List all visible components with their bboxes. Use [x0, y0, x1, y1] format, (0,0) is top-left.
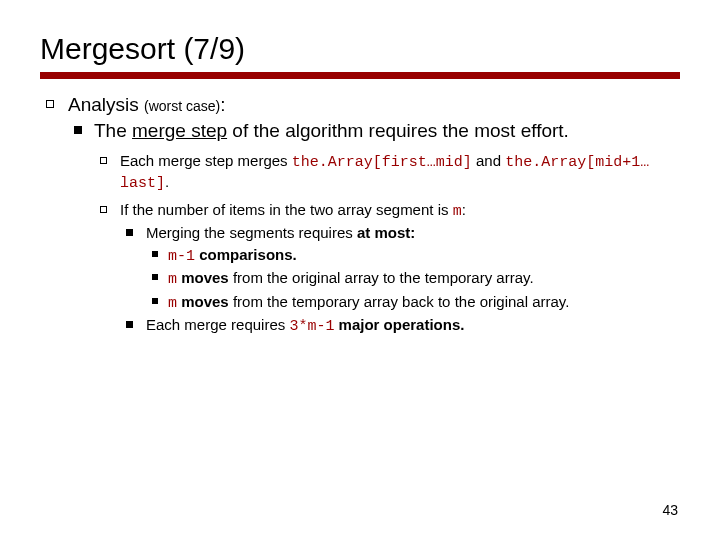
bullet-list-level-2: Each merge step merges the.Array[first…m…: [94, 151, 680, 337]
page-title: Mergesort (7/9): [40, 32, 680, 66]
code-text: 3*m-1: [289, 318, 334, 335]
text: Merging the segments requires: [146, 224, 357, 241]
text: Each merge requires: [146, 316, 289, 333]
text-bold: at most:: [357, 224, 415, 241]
slide: Mergesort (7/9) Analysis (worst case): T…: [0, 0, 720, 540]
text-underline: merge step: [132, 120, 227, 141]
list-item: m moves from the original array to the t…: [146, 268, 680, 290]
code-text: m-1: [168, 248, 195, 265]
text: of the algorithm requires the most effor…: [227, 120, 569, 141]
list-item: Each merge step merges the.Array[first…m…: [94, 151, 680, 194]
bullet-list-level-4: m-1 comparisons. m moves from the origin…: [146, 245, 680, 314]
title-underline: [40, 72, 680, 79]
text: .: [165, 173, 169, 190]
page-number: 43: [662, 502, 678, 518]
list-item: Analysis (worst case): The merge step of…: [40, 93, 680, 337]
text: :: [220, 94, 225, 115]
text: from the original array to the temporary…: [229, 269, 534, 286]
text-bold: comparisons.: [195, 246, 297, 263]
text: If the number of items in the two array …: [120, 201, 453, 218]
code-text: m: [168, 271, 177, 288]
text-bold: moves: [177, 293, 229, 310]
code-text: the.Array[first…mid]: [292, 154, 472, 171]
text: Each merge step merges: [120, 152, 292, 169]
text-subscript: (worst case): [144, 98, 220, 114]
list-item: Merging the segments requires at most: m…: [120, 223, 680, 313]
list-item: The merge step of the algorithm requires…: [68, 119, 680, 337]
bullet-list-level-1: The merge step of the algorithm requires…: [68, 119, 680, 337]
bullet-list-level-3: Merging the segments requires at most: m…: [120, 223, 680, 337]
text-bold: major operations.: [334, 316, 464, 333]
list-item: Each merge requires 3*m-1 major operatio…: [120, 315, 680, 337]
text: The: [94, 120, 132, 141]
code-text: m: [168, 295, 177, 312]
text: and: [472, 152, 505, 169]
text: Analysis: [68, 94, 144, 115]
text: from the temporary array back to the ori…: [229, 293, 570, 310]
bullet-list-level-0: Analysis (worst case): The merge step of…: [40, 93, 680, 337]
text-bold: moves: [177, 269, 229, 286]
list-item: m-1 comparisons.: [146, 245, 680, 267]
text: :: [462, 201, 466, 218]
code-text: m: [453, 203, 462, 220]
list-item: m moves from the temporary array back to…: [146, 292, 680, 314]
list-item: If the number of items in the two array …: [94, 200, 680, 337]
